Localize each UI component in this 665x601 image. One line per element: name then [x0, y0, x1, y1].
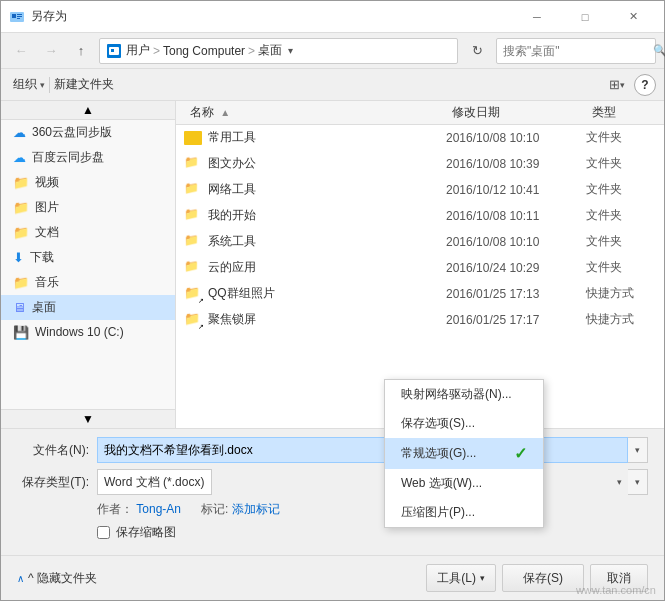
sidebar-item-360[interactable]: ☁ 360云盘同步版: [1, 120, 175, 145]
file-name-7: 聚焦锁屏: [208, 311, 446, 328]
sidebar-item-baidu[interactable]: ☁ 百度云同步盘: [1, 145, 175, 170]
table-row[interactable]: 📁 网络工具 2016/10/12 10:41 文件夹: [176, 177, 664, 203]
hide-arrow-icon: ∧: [17, 573, 24, 584]
up-button[interactable]: ↑: [69, 39, 93, 63]
sidebar-item-images[interactable]: 📁 图片: [1, 195, 175, 220]
filename-input[interactable]: [97, 437, 628, 463]
table-row[interactable]: 📁↗ QQ群组照片 2016/01/25 17:13 快捷方式: [176, 281, 664, 307]
shortcut-icon-7: 📁↗: [184, 311, 202, 329]
search-input[interactable]: [503, 44, 653, 58]
thumbnail-label: 保存缩略图: [116, 524, 176, 541]
sidebar-item-music[interactable]: 📁 音乐: [1, 270, 175, 295]
file-date-2: 2016/10/12 10:41: [446, 183, 586, 197]
sidebar-item-desktop[interactable]: 🖥 桌面: [1, 295, 175, 320]
sidebar-item-docs[interactable]: 📁 文档: [1, 220, 175, 245]
help-button[interactable]: ?: [634, 74, 656, 96]
new-folder-button[interactable]: 新建文件夹: [50, 74, 118, 95]
thumbnail-checkbox[interactable]: [97, 526, 110, 539]
table-row[interactable]: 📁 我的开始 2016/10/08 10:11 文件夹: [176, 203, 664, 229]
refresh-button[interactable]: ↻: [464, 38, 490, 64]
hide-folders-toggle[interactable]: ∧ ^ 隐藏文件夹: [17, 570, 97, 587]
table-row[interactable]: 📁 图文办公 2016/10/08 10:39 文件夹: [176, 151, 664, 177]
video-icon: 📁: [13, 175, 29, 190]
file-date-7: 2016/01/25 17:17: [446, 313, 586, 327]
forward-button[interactable]: →: [39, 39, 63, 63]
file-type-4: 文件夹: [586, 233, 656, 250]
secondary-toolbar: 组织 ▾ 新建文件夹 ⊞ ▾ ?: [1, 69, 664, 101]
action-buttons: 工具(L) ▾ 保存(S) 取消: [426, 564, 648, 592]
sidebar-item-windows[interactable]: 💾 Windows 10 (C:): [1, 320, 175, 344]
title-bar-controls: ─ □ ✕: [514, 1, 656, 33]
context-menu-item-general-options[interactable]: 常规选项(G)... ✓: [385, 438, 543, 469]
breadcrumb-username: Tong Computer: [163, 44, 245, 58]
sidebar-item-label-music: 音乐: [35, 274, 167, 291]
title-bar-text: 另存为: [31, 8, 514, 25]
context-menu-item-map-drive[interactable]: 映射网络驱动器(N)...: [385, 380, 543, 409]
select-arrow-icon: ▾: [617, 477, 622, 487]
svg-rect-2: [17, 14, 22, 15]
shortcut-icon-6: 📁↗: [184, 285, 202, 303]
back-button[interactable]: ←: [9, 39, 33, 63]
author-link[interactable]: Tong-An: [136, 502, 181, 516]
file-type-3: 文件夹: [586, 207, 656, 224]
filetype-dropdown[interactable]: ▾: [628, 469, 648, 495]
breadcrumb-location: 桌面: [258, 42, 282, 59]
folder-icon-3: 📁: [184, 207, 202, 225]
sidebar-item-label-windows: Windows 10 (C:): [35, 325, 167, 339]
sidebar-item-label-images: 图片: [35, 199, 167, 216]
file-name-5: 云的应用: [208, 259, 446, 276]
table-row[interactable]: 📁↗ 聚焦锁屏 2016/01/25 17:17 快捷方式: [176, 307, 664, 333]
context-menu: 映射网络驱动器(N)... 保存选项(S)... 常规选项(G)... ✓ We…: [384, 379, 544, 528]
maximize-button[interactable]: □: [562, 1, 608, 33]
tags-link[interactable]: 添加标记: [232, 502, 280, 516]
file-type-6: 快捷方式: [586, 285, 656, 302]
tools-button[interactable]: 工具(L) ▾: [426, 564, 496, 592]
music-icon: 📁: [13, 275, 29, 290]
minimize-button[interactable]: ─: [514, 1, 560, 33]
file-name-1: 图文办公: [208, 155, 446, 172]
sidebar-item-label-360: 360云盘同步版: [32, 124, 167, 141]
save-button[interactable]: 保存(S): [502, 564, 584, 592]
file-date-1: 2016/10/08 10:39: [446, 157, 586, 171]
sort-arrow: ▲: [220, 107, 230, 118]
breadcrumb-bar[interactable]: 用户 > Tong Computer > 桌面 ▾: [99, 38, 458, 64]
tags-meta: 标记: 添加标记: [201, 501, 280, 518]
cancel-button[interactable]: 取消: [590, 564, 648, 592]
folder-icon-1: 📁: [184, 155, 202, 173]
table-row[interactable]: 📁 云的应用 2016/10/24 10:29 文件夹: [176, 255, 664, 281]
main-area: ▲ ☁ 360云盘同步版 ☁ 百度云同步盘 📁 视频 📁 图片 📁 文档: [1, 101, 664, 428]
table-row[interactable]: 常用工具 2016/10/08 10:10 文件夹: [176, 125, 664, 151]
file-name-0: 常用工具: [208, 129, 446, 146]
file-type-2: 文件夹: [586, 181, 656, 198]
baidu-icon: ☁: [13, 150, 26, 165]
folder-icon-5: 📁: [184, 259, 202, 277]
svg-rect-4: [17, 18, 20, 19]
map-drive-label: 映射网络驱动器(N)...: [401, 386, 512, 403]
context-menu-item-save-options[interactable]: 保存选项(S)...: [385, 409, 543, 438]
svg-rect-7: [111, 49, 114, 52]
sidebar-scroll-down[interactable]: ▼: [1, 409, 175, 428]
col-header-type[interactable]: 类型: [586, 101, 656, 124]
organize-button[interactable]: 组织 ▾: [9, 74, 49, 95]
view-button[interactable]: ⊞ ▾: [606, 74, 628, 96]
address-toolbar: ← → ↑ 用户 > Tong Computer > 桌面 ▾ ↻ 🔍: [1, 33, 664, 69]
filename-dropdown[interactable]: ▾: [628, 437, 648, 463]
folder-icon-4: 📁: [184, 233, 202, 251]
view-arrow: ▾: [620, 80, 625, 90]
col-header-name[interactable]: 名称 ▲: [184, 101, 446, 124]
table-row[interactable]: 📁 系统工具 2016/10/08 10:10 文件夹: [176, 229, 664, 255]
file-date-5: 2016/10/24 10:29: [446, 261, 586, 275]
filetype-select[interactable]: Word 文档 (*.docx): [97, 469, 212, 495]
bottom-form: 文件名(N): ▾ 保存类型(T): Word 文档 (*.docx) ▾ ▾ …: [1, 428, 664, 555]
col-header-date[interactable]: 修改日期: [446, 101, 586, 124]
sidebar-item-download[interactable]: ⬇ 下载: [1, 245, 175, 270]
sidebar-scroll-up[interactable]: ▲: [1, 101, 175, 120]
close-button[interactable]: ✕: [610, 1, 656, 33]
sidebar-item-video[interactable]: 📁 视频: [1, 170, 175, 195]
search-bar: 🔍: [496, 38, 656, 64]
folder-icon-0: [184, 129, 202, 147]
filename-label: 文件名(N):: [17, 442, 97, 459]
context-menu-item-compress[interactable]: 压缩图片(P)...: [385, 498, 543, 527]
file-type-1: 文件夹: [586, 155, 656, 172]
context-menu-item-web-options[interactable]: Web 选项(W)...: [385, 469, 543, 498]
